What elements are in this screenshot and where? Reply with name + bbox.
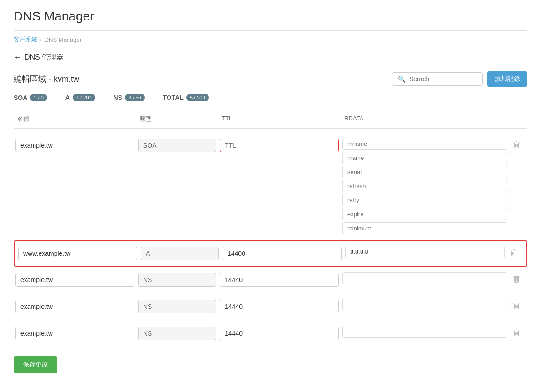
record-type-col <box>136 326 218 341</box>
table-row <box>14 240 527 267</box>
stat-badge: 1 / 200 <box>73 94 95 101</box>
save-button[interactable]: 保存更改 <box>14 356 57 373</box>
col-header-rdata: RDATA <box>341 113 509 125</box>
stat-item-soa: SOA1 / 0 <box>14 94 47 101</box>
breadcrumb-separator: / <box>40 36 42 43</box>
record-rdata-col <box>341 272 509 284</box>
table-row <box>14 293 527 320</box>
search-input[interactable] <box>409 75 477 83</box>
record-type-input <box>141 247 219 260</box>
breadcrumb-parent[interactable]: 客戶系統 <box>14 35 37 44</box>
delete-record-button[interactable] <box>508 248 519 258</box>
search-box: 🔍 <box>392 72 483 86</box>
back-arrow-icon: ← <box>14 53 22 62</box>
record-name-col <box>14 326 136 341</box>
record-ttl-col <box>221 246 343 261</box>
record-ttl-input[interactable] <box>223 247 342 260</box>
toolbar: 編輯區域 - kvm.tw 🔍 添加記錄 <box>14 71 527 87</box>
record-name-input[interactable] <box>18 247 137 260</box>
record-action-col <box>506 246 525 258</box>
stat-badge: 5 / 200 <box>186 94 209 101</box>
record-action-col <box>509 299 527 312</box>
stat-label: NS <box>114 94 122 101</box>
record-type-col <box>136 299 218 314</box>
record-action-col <box>509 326 527 338</box>
record-name-col <box>16 246 139 261</box>
domain-title: 編輯區域 - kvm.tw <box>14 74 79 84</box>
rdata-field-input[interactable] <box>342 138 507 150</box>
trash-icon <box>513 303 520 310</box>
table-header: 名稱 類型 TTL RDATA <box>14 110 527 129</box>
col-header-action <box>509 113 527 125</box>
rdata-field-input[interactable] <box>342 152 507 164</box>
record-name-input[interactable] <box>15 300 134 313</box>
rdata-field-input[interactable] <box>342 166 507 178</box>
record-type-input <box>138 300 216 313</box>
back-nav-label: DNS 管理器 <box>25 53 64 62</box>
record-action-col <box>509 272 527 285</box>
rdata-field-input[interactable] <box>342 326 507 338</box>
record-rdata-col <box>341 299 509 311</box>
stat-item-total: TOTAL5 / 200 <box>163 94 209 101</box>
stat-badge: 1 / 0 <box>30 94 47 101</box>
record-ttl-input[interactable] <box>220 273 339 287</box>
records-container <box>14 132 527 347</box>
record-rdata-col <box>341 326 509 338</box>
stat-label: SOA <box>14 94 27 101</box>
stat-label: A <box>65 94 70 101</box>
table-row <box>14 267 527 293</box>
stat-label: TOTAL <box>163 94 184 101</box>
record-type-input <box>138 139 216 152</box>
record-ttl-col <box>218 299 341 314</box>
record-name-col <box>14 299 136 314</box>
record-ttl-col <box>218 272 341 288</box>
stat-badge: 3 / 50 <box>125 94 145 101</box>
record-name-input[interactable] <box>15 273 134 287</box>
rdata-field-input[interactable] <box>342 180 507 192</box>
record-rdata-col <box>343 246 506 258</box>
add-record-button[interactable]: 添加記錄 <box>487 71 527 87</box>
toolbar-right: 🔍 添加記錄 <box>392 71 527 87</box>
record-type-col <box>136 138 218 153</box>
breadcrumb-current: DNS Manager <box>45 36 82 43</box>
table-row <box>14 132 527 240</box>
record-action-col <box>509 138 527 150</box>
col-header-type: 類型 <box>136 113 218 125</box>
col-header-ttl: TTL <box>218 113 341 125</box>
rdata-field-input[interactable] <box>342 272 507 284</box>
delete-record-button[interactable] <box>511 274 522 285</box>
page-title: DNS Manager <box>14 9 527 31</box>
rdata-field-input[interactable] <box>342 222 507 234</box>
record-ttl-input[interactable] <box>220 327 339 340</box>
delete-record-button[interactable] <box>511 139 522 150</box>
record-name-col <box>14 138 136 153</box>
rdata-field-input[interactable] <box>345 246 505 258</box>
record-ttl-input[interactable] <box>220 300 339 313</box>
record-type-col <box>139 246 221 261</box>
record-type-input <box>138 273 216 287</box>
stat-item-a: A1 / 200 <box>65 94 95 101</box>
trash-icon <box>513 276 520 283</box>
delete-record-button[interactable] <box>511 301 522 312</box>
breadcrumb: 客戶系統 / DNS Manager <box>14 35 527 44</box>
search-icon: 🔍 <box>398 75 406 83</box>
record-type-col <box>136 272 218 288</box>
record-name-input[interactable] <box>15 327 134 340</box>
delete-record-button[interactable] <box>511 327 522 338</box>
trash-icon <box>510 249 517 257</box>
page-container: DNS Manager 客戶系統 / DNS Manager ← DNS 管理器… <box>0 0 541 382</box>
trash-icon <box>513 141 520 149</box>
rdata-field-input[interactable] <box>342 208 507 220</box>
stats-row: SOA1 / 0A1 / 200NS3 / 50TOTAL5 / 200 <box>14 94 527 105</box>
record-ttl-col <box>218 138 341 153</box>
stat-item-ns: NS3 / 50 <box>114 94 145 101</box>
record-type-input <box>138 327 216 340</box>
rdata-field-input[interactable] <box>342 299 507 311</box>
col-header-name: 名稱 <box>14 113 136 125</box>
record-name-input[interactable] <box>15 139 134 152</box>
back-nav[interactable]: ← DNS 管理器 <box>14 53 527 62</box>
record-ttl-input[interactable] <box>220 139 339 152</box>
record-rdata-col <box>341 138 509 234</box>
rdata-field-input[interactable] <box>342 194 507 206</box>
trash-icon <box>513 329 520 337</box>
